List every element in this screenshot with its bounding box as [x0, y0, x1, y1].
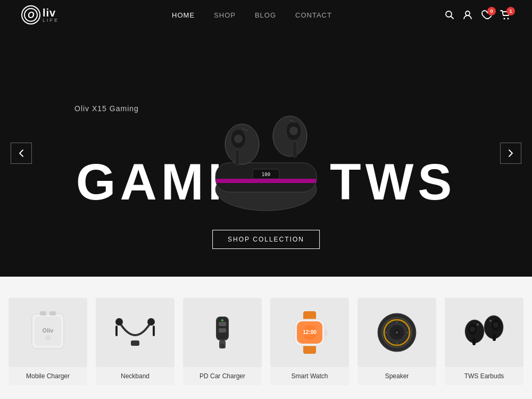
hero-subtitle: Oliv X15 Gaming: [74, 104, 139, 113]
svg-text:Oliv: Oliv: [43, 327, 54, 334]
user-icon[interactable]: [463, 10, 472, 20]
svg-rect-36: [219, 328, 226, 332]
product-label-smart-watch: Smart Watch: [287, 367, 332, 385]
logo[interactable]: O liv LIFE: [21, 5, 59, 24]
svg-point-54: [386, 332, 387, 334]
logo-text: liv LIFE: [43, 7, 59, 23]
product-card-speaker[interactable]: Speaker: [358, 298, 436, 385]
cart-badge: 1: [506, 7, 515, 15]
svg-point-53: [396, 331, 398, 334]
product-img-mobile-charger: Oliv: [9, 298, 87, 367]
svg-rect-35: [219, 322, 226, 326]
svg-rect-31: [153, 326, 155, 336]
svg-point-67: [489, 320, 492, 322]
header: O liv LIFE HOME SHOP BLOG CONTACT: [0, 0, 532, 30]
product-card-mobile-charger[interactable]: Oliv Mobile Charger: [9, 298, 87, 385]
products-section: Oliv Mobile Charger: [0, 277, 532, 399]
nav-shop[interactable]: SHOP: [214, 11, 236, 19]
product-card-neckband[interactable]: Neckband: [96, 298, 174, 385]
product-img-smart-watch: 12:00: [270, 298, 349, 367]
product-label-mobile-charger: Mobile Charger: [22, 367, 74, 385]
products-grid: Oliv Mobile Charger: [16, 298, 516, 385]
hero-section: Oliv X15 Gaming GAMING TWS 100: [0, 30, 532, 277]
nav-blog[interactable]: BLOG: [255, 11, 276, 19]
svg-point-17: [289, 127, 298, 135]
svg-rect-32: [131, 340, 139, 346]
hero-product-image: 100: [192, 62, 340, 221]
logo-icon: O: [21, 5, 40, 24]
svg-line-3: [451, 16, 453, 19]
svg-rect-29: [115, 326, 118, 336]
svg-rect-18: [235, 149, 239, 165]
logo-name: liv: [43, 7, 59, 18]
header-icons: 0 1: [445, 10, 511, 20]
wishlist-icon[interactable]: 0: [481, 10, 492, 20]
svg-rect-23: [40, 311, 46, 315]
svg-point-38: [220, 344, 225, 348]
svg-point-39: [221, 319, 223, 321]
svg-point-6: [507, 18, 509, 20]
product-img-car-charger: [183, 298, 262, 367]
product-img-tws-earbuds: [445, 298, 523, 367]
nav-contact[interactable]: CONTACT: [295, 11, 332, 19]
svg-rect-19: [293, 142, 297, 157]
cart-icon[interactable]: 1: [500, 10, 511, 20]
hero-prev-button[interactable]: [11, 143, 32, 164]
product-label-tws-earbuds: TWS Earbuds: [460, 367, 509, 385]
svg-rect-24: [49, 311, 56, 315]
svg-point-55: [407, 332, 409, 334]
svg-point-30: [147, 318, 155, 326]
product-label-car-charger: PD Car Charger: [195, 367, 250, 385]
svg-point-28: [115, 318, 123, 326]
shop-collection-button[interactable]: SHOP COLLECTION: [212, 230, 320, 249]
wishlist-badge: 0: [487, 7, 496, 15]
svg-point-5: [503, 18, 505, 20]
svg-point-14: [234, 135, 243, 143]
svg-point-27: [45, 335, 51, 340]
svg-text:100: 100: [262, 172, 270, 177]
hero-next-button[interactable]: [500, 143, 521, 164]
product-card-car-charger[interactable]: PD Car Charger: [183, 298, 262, 385]
svg-rect-46: [325, 329, 327, 336]
nav-home[interactable]: HOME: [172, 11, 195, 19]
svg-point-66: [477, 323, 479, 326]
svg-rect-61: [472, 338, 476, 345]
svg-rect-9: [215, 179, 317, 183]
product-card-tws-earbuds[interactable]: TWS Earbuds: [445, 298, 523, 385]
main-nav: HOME SHOP BLOG CONTACT: [172, 11, 332, 19]
search-icon[interactable]: [445, 10, 454, 20]
product-img-speaker: [358, 298, 436, 367]
product-card-smart-watch[interactable]: 12:00 Smart Watch: [270, 298, 349, 385]
product-img-neckband: [96, 298, 174, 367]
product-label-speaker: Speaker: [381, 367, 413, 385]
product-label-neckband: Neckband: [117, 367, 154, 385]
logo-tagline: LIFE: [43, 18, 59, 23]
svg-point-64: [493, 322, 498, 328]
svg-rect-65: [493, 334, 496, 341]
svg-point-57: [396, 343, 398, 344]
svg-text:12:00: 12:00: [303, 329, 317, 335]
svg-point-60: [470, 327, 475, 332]
svg-text:O: O: [28, 11, 35, 20]
svg-point-4: [466, 11, 470, 15]
svg-point-56: [396, 321, 398, 323]
